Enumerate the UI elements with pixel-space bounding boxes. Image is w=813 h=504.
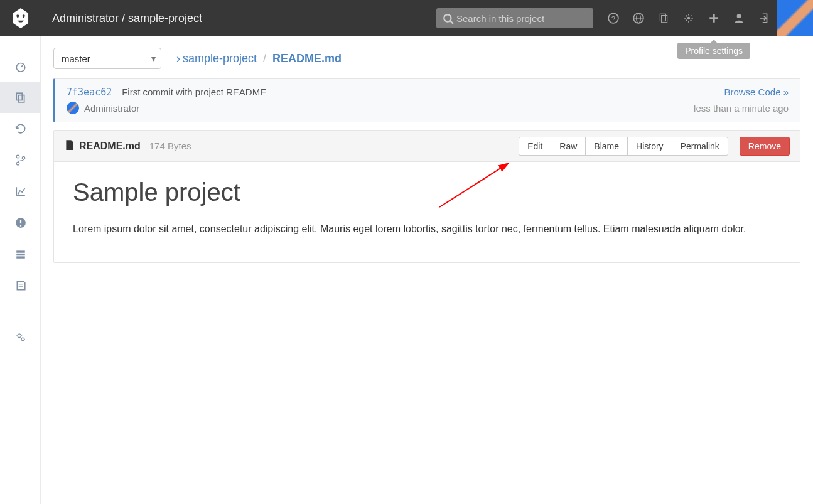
remove-button[interactable]: Remove [740,137,790,156]
file-header: README.md 174 Bytes Edit Raw Blame Histo… [54,131,800,162]
topbar: Administrator / sample-project ? Profile… [0,0,813,36]
commit-message: First commit with project README [122,87,266,97]
svg-rect-17 [16,93,22,100]
svg-point-31 [21,338,24,341]
author-avatar-icon [67,102,79,114]
author-name: Administrator [84,103,139,114]
commit-box: 7f3eac62 First commit with project READM… [53,78,800,122]
file-icon [64,139,75,153]
sidebar-item-history[interactable] [0,113,41,144]
svg-point-0 [16,14,19,17]
history-button[interactable]: History [627,137,672,156]
svg-point-2 [444,14,451,21]
sidebar-item-issues[interactable] [0,207,41,239]
chevron-down-icon: ▾ [146,48,161,68]
file-actions: Edit Raw Blame History Permalink Remove [519,137,790,156]
file-name: README.md [79,141,141,152]
file-size: 174 Bytes [149,141,191,151]
svg-rect-23 [19,220,21,224]
search-box[interactable] [436,8,593,28]
sidebar-item-wiki[interactable] [0,270,41,301]
svg-point-30 [17,334,21,338]
edit-button[interactable]: Edit [519,137,551,156]
permalink-button[interactable]: Permalink [672,137,728,156]
page-title: Administrator / sample-project [52,12,436,25]
sidebar-item-files[interactable] [0,82,41,113]
file-content: Sample project Lorem ipsum dolor sit ame… [54,162,800,262]
app-logo[interactable] [0,0,41,36]
browse-code-link[interactable]: Browse Code » [724,87,789,97]
svg-point-1 [22,14,24,17]
svg-rect-18 [18,95,24,102]
svg-rect-25 [16,250,25,252]
svg-point-11 [687,17,691,20]
breadcrumb-project[interactable]: sample-project [183,52,257,65]
file-panel: README.md 174 Bytes Edit Raw Blame Histo… [53,130,800,263]
raw-button[interactable]: Raw [551,137,586,156]
sidebar [0,36,41,504]
signout-icon[interactable] [751,0,777,36]
breadcrumb-sep: / [263,52,266,65]
svg-line-3 [450,21,453,24]
commit-time: less than a minute ago [694,103,789,114]
svg-rect-24 [19,225,21,226]
svg-point-21 [22,156,25,159]
svg-rect-26 [16,254,25,255]
top-icons: ? [601,0,777,36]
globe-icon[interactable] [626,0,651,36]
sidebar-item-branches[interactable] [0,144,41,176]
sidebar-item-settings[interactable] [0,321,41,353]
document-body: Lorem ipsum dolor sit amet, consectetur … [73,220,781,237]
branch-label: master [62,53,90,64]
commit-sha[interactable]: 7f3eac62 [67,87,112,98]
sidebar-item-snippets[interactable] [0,239,41,270]
files-icon[interactable] [651,0,676,36]
sidebar-item-dashboard[interactable] [0,50,41,82]
svg-point-14 [737,14,741,18]
breadcrumb-current: README.md [272,52,342,65]
svg-point-20 [16,162,19,165]
blame-button[interactable]: Blame [585,137,628,156]
main-content: master ▾ › sample-project / README.md 7f… [41,36,813,274]
branch-select[interactable]: master ▾ [53,48,161,69]
svg-rect-27 [16,256,25,258]
settings-icon[interactable] [676,0,701,36]
user-icon[interactable] [726,0,751,36]
plus-icon[interactable] [701,0,726,36]
search-input[interactable] [436,8,593,28]
sidebar-item-graphs[interactable] [0,176,41,207]
chevron-right-icon: › [176,52,180,65]
breadcrumb: › sample-project / README.md [176,52,342,65]
header-row: master ▾ › sample-project / README.md [53,48,800,69]
svg-line-16 [21,65,23,67]
commit-author: Administrator [67,102,139,114]
document-heading: Sample project [73,178,781,206]
help-icon[interactable]: ? [601,0,626,36]
svg-point-19 [16,155,19,158]
user-avatar[interactable] [777,0,813,36]
svg-text:?: ? [611,15,615,23]
search-icon [443,13,454,26]
